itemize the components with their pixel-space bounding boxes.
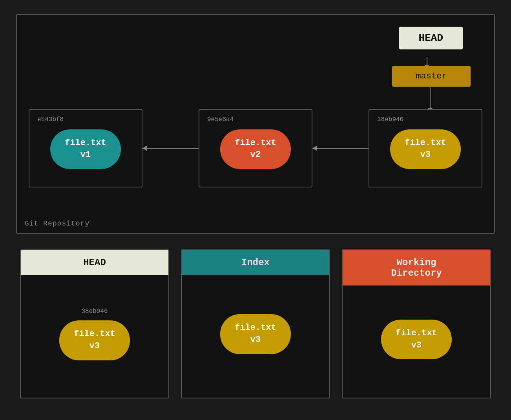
master-branch-box: master xyxy=(392,66,471,87)
commit-box-1: eb43bf8 file.txtv1 xyxy=(29,109,142,187)
arrow-commit-3-to-2 xyxy=(312,147,369,149)
commits-row: eb43bf8 file.txtv1 9e5e6a4 file.txtv2 xyxy=(29,109,482,187)
state-head-blob: file.txtv3 xyxy=(59,320,130,360)
commit-hash-3: 38eb946 xyxy=(377,116,403,123)
commit-hash-2: 9e5e6a4 xyxy=(207,116,234,123)
state-content-working-dir: file.txtv3 xyxy=(343,285,490,398)
state-box-head: HEAD 38eb946 file.txtv3 xyxy=(20,249,169,398)
state-content-head: 38eb946 file.txtv3 xyxy=(21,275,168,398)
state-box-working-dir: WorkingDirectory file.txtv3 xyxy=(342,249,491,398)
state-box-index: Index file.txtv3 xyxy=(181,249,330,398)
state-working-dir-blob: file.txtv3 xyxy=(381,320,452,360)
state-head-hash: 38eb946 xyxy=(81,308,108,315)
state-working-dir-label: WorkingDirectory xyxy=(391,257,442,278)
state-head-label: HEAD xyxy=(83,257,106,268)
arrow-master-to-commit xyxy=(430,87,431,109)
commit-blob-3: file.txtv3 xyxy=(390,129,461,169)
commit-hash-1: eb43bf8 xyxy=(37,116,64,123)
arrow-head-to-master xyxy=(427,57,427,66)
commit-box-2: 9e5e6a4 file.txtv2 xyxy=(199,109,312,187)
state-index-blob: file.txtv3 xyxy=(220,314,291,354)
master-label: master xyxy=(416,71,447,81)
commit-box-3: 38eb946 file.txtv3 xyxy=(369,109,482,187)
git-repo-box: HEAD master eb43bf8 file.txtv1 xyxy=(16,14,495,234)
main-container: HEAD master eb43bf8 file.txtv1 xyxy=(16,14,495,406)
head-top-label: HEAD xyxy=(419,32,443,44)
head-box-top: HEAD xyxy=(399,27,463,49)
state-header-head: HEAD xyxy=(21,250,168,275)
git-repo-label: Git Repository xyxy=(25,220,89,227)
state-index-label: Index xyxy=(241,257,270,268)
commit-blob-1: file.txtv1 xyxy=(50,129,121,169)
state-content-index: file.txtv3 xyxy=(182,275,329,398)
state-header-working-dir: WorkingDirectory xyxy=(343,250,490,285)
state-header-index: Index xyxy=(182,250,329,275)
commit-blob-2: file.txtv2 xyxy=(220,129,291,169)
arrow-commit-2-to-1 xyxy=(142,147,199,149)
bottom-section: HEAD 38eb946 file.txtv3 Index file.txtv3 xyxy=(16,249,495,398)
